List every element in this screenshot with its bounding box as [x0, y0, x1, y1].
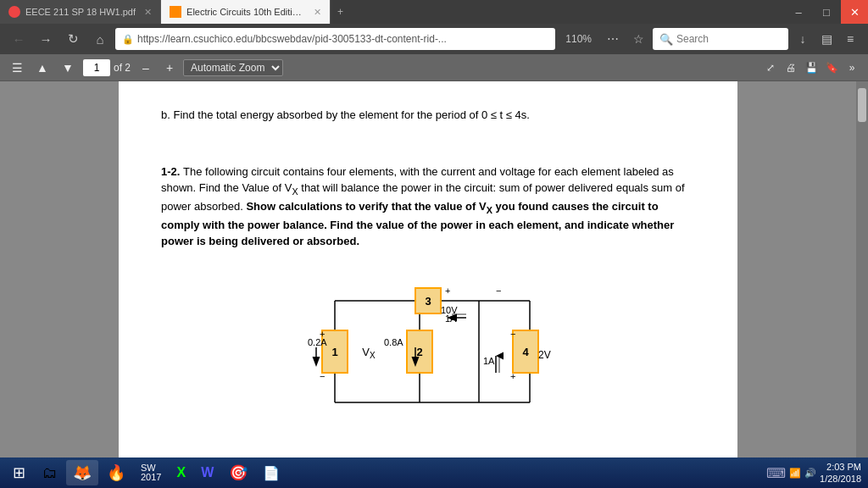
current-1a-right: 1A	[483, 356, 495, 366]
new-tab-button[interactable]: +	[331, 0, 350, 24]
problem-1-2-text: 1-2. The following circuit contains four…	[161, 164, 695, 250]
nav-right-icons: ↓ ▤ ≡	[792, 28, 861, 50]
taskbar-app-unknown[interactable]: 🔥	[100, 460, 132, 485]
element-3-label: 3	[425, 295, 431, 308]
zoom-control: – + Automatic Zoom 100% 110% 125%	[136, 58, 283, 78]
taskbar-app-firefox[interactable]: 🦊	[66, 460, 98, 485]
minimize-button[interactable]: –	[785, 0, 812, 24]
print-button[interactable]: 🖨	[782, 58, 800, 77]
taskbar-app-sw[interactable]: SW2017	[134, 460, 168, 485]
zoom-minus-button[interactable]: –	[136, 58, 156, 78]
page-total: of 2	[114, 62, 131, 74]
title-bar: EECE 211 SP 18 HW1.pdf ✕ Electric Circui…	[0, 0, 868, 24]
network-icon: 📶	[789, 468, 801, 479]
circuits-favicon	[170, 6, 181, 18]
maximize-button[interactable]: □	[813, 0, 840, 24]
fit-page-button[interactable]: ⤢	[761, 58, 780, 77]
tab-pdf-close[interactable]: ✕	[144, 7, 152, 18]
taskbar-app-target[interactable]: 🎯	[222, 460, 254, 485]
more-tools-button[interactable]: »	[843, 58, 861, 77]
scroll-up-button[interactable]: ▲	[32, 58, 53, 78]
sound-icon: 🔊	[804, 468, 816, 479]
lock-icon: 🔒	[122, 34, 134, 45]
taskbar: ⊞ 🗂 🦊 🔥 SW2017 X W 🎯 📄 ⌨ 📶 🔊 2:03 PM 1/2…	[0, 458, 868, 488]
svg-text:−: −	[510, 329, 515, 339]
taskbar-app-file-explorer[interactable]: 🗂	[36, 460, 64, 485]
tab-circuits-close[interactable]: ✕	[314, 7, 321, 18]
page-navigation: of 2	[83, 59, 131, 76]
vertical-scrollbar[interactable]	[856, 81, 868, 458]
forward-button[interactable]: →	[34, 27, 58, 51]
page-number-input[interactable]	[83, 59, 110, 76]
keyboard-icon: ⌨	[766, 465, 786, 481]
voltage-2v: 2V	[538, 349, 551, 361]
save-pdf-button[interactable]: 💾	[802, 58, 821, 77]
circuit-diagram: 1 2 3 4 0.2A	[161, 267, 695, 428]
svg-text:+: +	[320, 329, 325, 339]
taskbar-app-word[interactable]: W	[194, 460, 220, 485]
menu-button[interactable]: ≡	[839, 28, 861, 50]
tab-pdf[interactable]: EECE 211 SP 18 HW1.pdf ✕	[0, 0, 161, 24]
close-button[interactable]: ✕	[841, 0, 868, 24]
pdf-page: b. Find the total energy absorbed by the…	[119, 81, 737, 458]
tab-circuits[interactable]: Electric Circuits 10th Edition Te ✕	[161, 0, 331, 24]
clock-time: 2:03 PM	[820, 461, 861, 473]
system-clock: 2:03 PM 1/28/2018	[820, 461, 861, 485]
reader-mode-button[interactable]: ▤	[815, 28, 837, 50]
window-controls: – □ ✕	[785, 0, 868, 24]
current-0-8a-label: 0.8A	[384, 337, 403, 347]
back-button[interactable]: ←	[7, 27, 31, 51]
taskbar-app-acrobat[interactable]: 📄	[256, 460, 287, 485]
problem-b-text: b. Find the total energy absorbed by the…	[161, 107, 695, 124]
pdf-toolbar: ☰ ▲ ▼ of 2 – + Automatic Zoom 100% 110% …	[0, 54, 868, 81]
search-bar[interactable]: 🔍	[653, 28, 788, 50]
start-button[interactable]: ⊞	[3, 459, 34, 486]
element-4-label: 4	[522, 346, 529, 358]
extensions-button[interactable]: ⋯	[602, 28, 624, 50]
current-1a-element3: 1A	[445, 313, 457, 324]
vx-label: VX	[362, 346, 376, 360]
nav-icon-group: ⋯ ☆	[602, 28, 649, 50]
search-icon: 🔍	[659, 33, 673, 46]
svg-text:+: +	[510, 371, 515, 381]
taskbar-app-excel[interactable]: X	[170, 460, 192, 485]
navigation-bar: ← → ↻ ⌂ 🔒 https://learn.csuchico.edu/bbc…	[0, 24, 868, 54]
tab-circuits-label: Electric Circuits 10th Edition Te	[186, 7, 305, 17]
zoom-select[interactable]: Automatic Zoom 100% 110% 125%	[183, 59, 283, 76]
tab-list: EECE 211 SP 18 HW1.pdf ✕ Electric Circui…	[0, 0, 868, 24]
element-1-label: 1	[331, 346, 337, 358]
scroll-thumb[interactable]	[858, 88, 866, 122]
search-input[interactable]	[676, 33, 782, 45]
pdf-favicon	[8, 6, 20, 18]
svg-text:−: −	[320, 371, 325, 381]
circuit-svg: 1 2 3 4 0.2A	[284, 267, 572, 428]
sidebar-toggle-button[interactable]: ☰	[7, 58, 27, 78]
tab-pdf-label: EECE 211 SP 18 HW1.pdf	[25, 7, 136, 17]
scroll-down-button[interactable]: ▼	[58, 58, 78, 78]
pdf-viewer[interactable]: b. Find the total energy absorbed by the…	[0, 81, 856, 458]
download-button[interactable]: ↓	[792, 28, 814, 50]
problem-1-2-body: The following circuit contains four elem…	[161, 165, 685, 248]
main-content-area: b. Find the total energy absorbed by the…	[0, 81, 868, 458]
current-top-label: +	[445, 286, 450, 296]
clock-date: 1/28/2018	[820, 473, 861, 485]
pdf-right-icons: ⤢ 🖨 💾 🔖 »	[761, 58, 861, 77]
refresh-button[interactable]: ↻	[61, 27, 85, 51]
problem-b-label: b. Find the total energy absorbed by the…	[161, 108, 530, 121]
problem-1-2-label: 1-2.	[161, 165, 183, 178]
zoom-level: 110%	[559, 33, 598, 45]
address-bar[interactable]: 🔒 https://learn.csuchico.edu/bbcswebdav/…	[115, 28, 555, 50]
zoom-plus-button[interactable]: +	[159, 58, 180, 78]
bookmark-button[interactable]: 🔖	[822, 58, 841, 77]
bookmark-star[interactable]: ☆	[627, 28, 649, 50]
svg-text:−: −	[496, 286, 501, 296]
home-button[interactable]: ⌂	[88, 27, 112, 51]
element-2-label: 2	[416, 346, 422, 358]
taskbar-right: ⌨ 📶 🔊 2:03 PM 1/28/2018	[763, 461, 865, 485]
url-text: https://learn.csuchico.edu/bbcswebdav/pi…	[137, 33, 548, 45]
